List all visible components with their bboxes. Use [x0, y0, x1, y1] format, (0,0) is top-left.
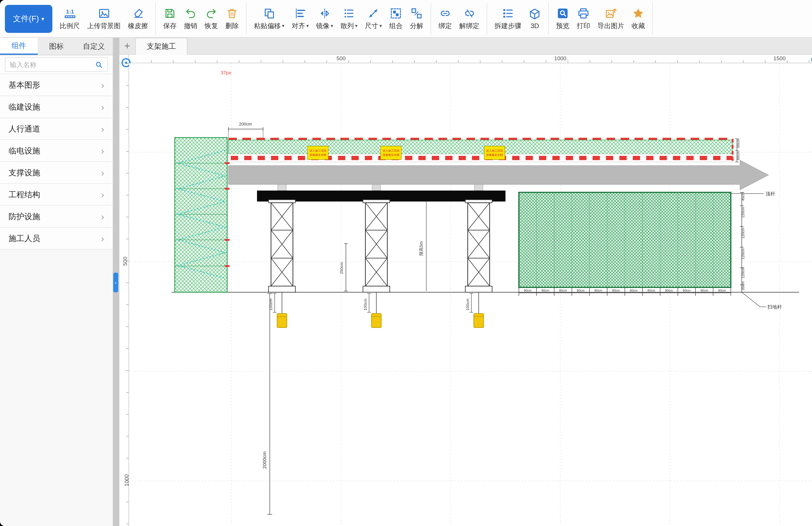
toolbar-scale-button[interactable]: 1:1比例尺 — [56, 7, 84, 30]
bottom-dim-label: 80cm — [559, 289, 567, 292]
toolbar-group: 1:1比例尺上传背景图橡皮擦 — [53, 3, 156, 34]
document-tab[interactable]: 支架施工 — [135, 38, 188, 55]
toolbar-link-button[interactable]: 绑定 — [435, 7, 456, 30]
height-limit: 限高5m — [419, 202, 426, 291]
toolbar-save-button[interactable]: 保存 — [160, 7, 180, 30]
toolbar-ungroup-button[interactable]: 分解 — [406, 7, 427, 30]
toolbar-image-button[interactable]: 上传背景图 — [84, 7, 124, 30]
warning-drum — [372, 313, 381, 327]
chevron-down-icon: ▾ — [282, 23, 284, 28]
toolbar-print-button[interactable]: 打印 — [573, 7, 594, 30]
sidebar-category-item[interactable]: 人行通道› — [0, 118, 113, 140]
svg-text:1:1: 1:1 — [66, 8, 74, 14]
search-input[interactable]: 输入名称 — [5, 57, 108, 72]
chevron-right-icon: › — [101, 189, 104, 200]
chevron-right-icon: › — [101, 233, 104, 244]
paste-icon — [263, 7, 275, 19]
sign-text-line2: 请佩戴安全帽 — [309, 153, 327, 157]
file-menu-label: 文件(F) — [13, 13, 39, 24]
sign-text-line2: 请佩戴安全帽 — [382, 153, 400, 157]
sidebar-category-item[interactable]: 基本图形› — [0, 74, 113, 96]
toolbar-button-label: 撤销 — [184, 21, 198, 30]
sidebar-category-item[interactable]: 支撑设施› — [0, 162, 113, 184]
ungroup-icon — [410, 7, 423, 19]
sidebar-tab-custom[interactable]: 自定义 — [75, 38, 113, 55]
svg-text:35cm: 35cm — [741, 281, 745, 290]
horizontal-ruler: 500 1000 1500 — [129, 55, 812, 63]
collapse-left-handle[interactable]: ‹ — [113, 273, 118, 292]
category-label: 临建设施 — [9, 101, 101, 112]
sidebar-tab-components[interactable]: 组件 — [0, 38, 38, 55]
toolbar-preview-button[interactable]: 预览 — [552, 7, 573, 30]
scatter-icon — [343, 7, 355, 19]
bottom-dim-label: 90cm — [524, 289, 532, 292]
warning-sign — [381, 146, 402, 160]
toolbar-redo-button[interactable]: 恢复 — [201, 7, 222, 30]
stair-tower[interactable] — [175, 138, 230, 292]
mirror-icon — [318, 7, 331, 19]
chevron-right-icon: › — [101, 145, 104, 156]
sidebar-category-item[interactable]: 施工人员› — [0, 228, 113, 250]
drawing-canvas[interactable]: 37px 2000cm — [129, 63, 812, 526]
toolbar-group: 拆建步骤3D — [487, 3, 549, 34]
toolbar-eraser-button[interactable]: 橡皮擦 — [124, 7, 152, 30]
category-label: 基本图形 — [9, 79, 101, 90]
toolbar-star-button[interactable]: 收藏 — [628, 7, 649, 30]
svg-text:45cm: 45cm — [741, 192, 745, 201]
toolbar-unlink-button[interactable]: 解绑定 — [455, 7, 483, 30]
svg-text:60cm: 60cm — [736, 151, 740, 160]
star-icon — [632, 7, 644, 19]
safety-net-panel[interactable] — [519, 192, 731, 287]
sidebar-category-item[interactable]: 临建设施› — [0, 96, 113, 118]
toolbar-group-button[interactable]: 组合 — [386, 7, 406, 30]
sidebar-category-item[interactable]: 防护设施› — [0, 206, 113, 228]
sidebar-tab-icons[interactable]: 图标 — [38, 38, 75, 55]
ruler-number: 1500 — [773, 55, 785, 61]
toolbar-steps-button[interactable]: 拆建步骤 — [491, 7, 525, 30]
bottom-dimension-chain: 90cm90cm80cm80cm80cm80cm80cm80cm80cm80cm… — [519, 287, 731, 296]
bottom-dim-label: 80cm — [612, 289, 620, 292]
search-icon — [95, 61, 103, 69]
toolbar-group: 绑定解绑定 — [431, 3, 487, 34]
scale-icon: 1:1 — [64, 7, 76, 19]
right-dimension-chain: 45cm 120cm 120cm 120cm 120cm 35cm — [740, 192, 745, 292]
bottom-dim-label: 80cm — [648, 289, 655, 292]
ruler-number: 500 — [122, 257, 128, 266]
toolbar-export-button[interactable]: 导出图片 — [594, 7, 628, 30]
sidebar-category-item[interactable]: 临电设施› — [0, 140, 113, 162]
category-label: 工程结构 — [9, 189, 101, 200]
link-icon — [439, 7, 451, 19]
toolbar: 文件(F) ▾ 1:1比例尺上传背景图橡皮擦保存撤销恢复删除粘贴偏移▾对齐▾镜像… — [0, 0, 812, 38]
toolbar-undo-button[interactable]: 撤销 — [180, 7, 201, 30]
print-icon — [577, 7, 590, 19]
svg-text:扫地杆: 扫地杆 — [767, 304, 782, 310]
preview-icon — [557, 7, 569, 19]
toolbar-mirror-button[interactable]: 镜像▾ — [313, 7, 337, 30]
bottom-dim-label: 80cm — [577, 289, 585, 292]
bottom-dim-label: 90cm — [541, 289, 549, 292]
svg-text:顶杆: 顶杆 — [766, 191, 775, 196]
toolbar-dimension-button[interactable]: 尺寸▾ — [361, 7, 386, 30]
warning-sign — [484, 146, 505, 160]
safety-banner[interactable] — [228, 139, 733, 162]
trash-icon — [226, 7, 238, 19]
sidebar-category-item[interactable]: 工程结构› — [0, 184, 113, 206]
toolbar-paste-button[interactable]: 粘贴偏移▾ — [250, 7, 288, 30]
warning-drum — [474, 313, 484, 327]
category-label: 施工人员 — [9, 233, 101, 244]
toolbar-align-button[interactable]: 对齐▾ — [288, 7, 313, 30]
toolbar-button-label: 保存 — [163, 21, 177, 30]
file-menu-button[interactable]: 文件(F) ▾ — [5, 4, 53, 33]
toolbar-trash-button[interactable]: 删除 — [222, 7, 243, 30]
category-label: 临电设施 — [9, 145, 101, 156]
toolbar-cube-button[interactable]: 3D — [525, 8, 545, 29]
column-top-plate — [269, 200, 295, 203]
toolbar-scatter-button[interactable]: 散列▾ — [337, 7, 361, 30]
component-sidebar: 组件 图标 自定义 输入名称 基本图形›临建设施›人行通道›临电设施›支撑设施›… — [0, 38, 113, 526]
dim-100-line — [469, 293, 473, 312]
group-icon — [390, 7, 402, 19]
add-tab-button[interactable]: + — [119, 40, 135, 52]
export-icon — [605, 7, 617, 19]
warning-sign — [308, 146, 328, 160]
roadway-arrow[interactable] — [228, 160, 768, 190]
